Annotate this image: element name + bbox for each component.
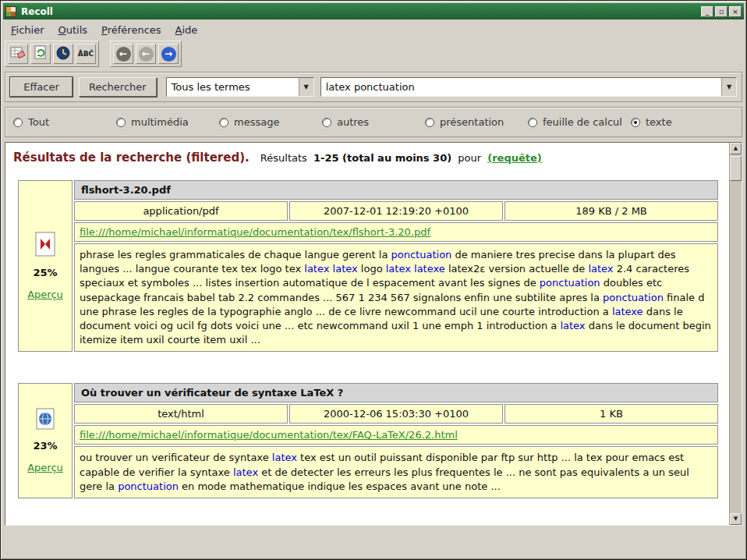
scrollbar-trough[interactable]	[730, 181, 742, 513]
filter-feuille-de-calcul[interactable]: feuille de calcul	[528, 116, 631, 128]
sort-by-date-icon	[55, 45, 71, 63]
search-panel: Effacer Rechercher Tous les termes ▼ ▼	[5, 72, 742, 102]
relevance-percent: 25%	[33, 267, 57, 278]
filter-autres[interactable]: autres	[322, 116, 425, 128]
results-range: 1-25 (total au moins 30)	[313, 152, 451, 164]
query-combo: ▼	[320, 77, 737, 97]
chevron-down-icon[interactable]: ▼	[721, 78, 736, 96]
result-url-link[interactable]: file:///home/michael/informatique/docume…	[80, 226, 430, 238]
category-filter-bar: Tout multimédia message autres présentat…	[5, 107, 742, 137]
pdf-icon	[34, 232, 56, 257]
update-index-icon	[33, 45, 48, 63]
results-header-title: Résultats de la recherche (filtered).	[13, 151, 250, 165]
result-abstract: ou trouver un verificateur de syntaxe la…	[74, 446, 718, 498]
scrollbar-thumb[interactable]	[730, 156, 742, 181]
result-row: 25% Aperçu flshort-3.20.pdf application/…	[18, 180, 718, 352]
result-mimetype: text/html	[74, 404, 288, 424]
result-title: Où trouver un vérificateur de syntaxe La…	[74, 383, 718, 402]
minimize-button[interactable]: _	[701, 6, 713, 17]
html-icon	[35, 408, 55, 430]
recoll-window: Recoll _ ▫ × Fichier Outils Préférences …	[0, 0, 747, 560]
scroll-down-icon[interactable]: ▼	[730, 513, 742, 525]
first-page-icon: ←	[116, 47, 131, 62]
result-abstract: phrase les regles grammaticales de chaqu…	[74, 243, 718, 352]
menu-aide[interactable]: Aide	[169, 23, 204, 37]
toolbar-group-navigation: ← ← →	[110, 41, 182, 67]
preview-link[interactable]: Aperçu	[27, 289, 63, 300]
radio-icon[interactable]	[219, 118, 228, 127]
clear-search-icon	[10, 45, 26, 63]
result-side-panel: 25% Aperçu	[18, 180, 73, 352]
next-page-icon: →	[161, 47, 176, 62]
prev-page-icon: ←	[139, 47, 154, 62]
result-details: Où trouver un vérificateur de syntaxe La…	[74, 383, 718, 498]
results-header: Résultats de la recherche (filtered). Ré…	[13, 151, 725, 165]
menu-fichier[interactable]: Fichier	[5, 23, 51, 37]
first-page-button[interactable]: ←	[113, 44, 133, 64]
search-mode-value: Tous les termes	[167, 81, 299, 93]
result-title: flshort-3.20.pdf	[74, 180, 718, 200]
result-details: flshort-3.20.pdf application/pdf 2007-12…	[74, 180, 718, 352]
menu-preferences[interactable]: Préférences	[95, 23, 167, 37]
result-url-row: file:///home/michael/informatique/docume…	[74, 222, 718, 242]
update-index-button[interactable]	[30, 44, 51, 64]
titlebar: Recoll _ ▫ ×	[3, 3, 744, 19]
result-size: 189 KB / 2 MB	[504, 201, 718, 221]
filter-multimedia[interactable]: multimédia	[116, 116, 219, 128]
filter-message[interactable]: message	[219, 116, 322, 128]
preview-link[interactable]: Aperçu	[27, 462, 63, 473]
term-explorer-icon: ÂBĈ	[78, 50, 94, 58]
term-explorer-button[interactable]: ÂBĈ	[76, 44, 96, 64]
result-side-panel: 23% Aperçu	[18, 383, 73, 498]
results-summary: Résultats 1-25 (total au moins 30) pour …	[260, 152, 545, 164]
search-mode-select[interactable]: Tous les termes ▼	[166, 77, 314, 97]
clear-button[interactable]: Effacer	[10, 77, 73, 97]
search-input[interactable]	[321, 81, 721, 93]
result-meta-row: text/html 2000-12-06 15:03:30 +0100 1 KB	[74, 404, 718, 424]
result-date: 2007-12-01 12:19:20 +0100	[289, 201, 503, 221]
toolbar-group-main: ÂBĈ	[5, 41, 99, 67]
clear-search-button[interactable]	[8, 44, 28, 64]
window-controls: _ ▫ ×	[701, 6, 742, 17]
search-button[interactable]: Rechercher	[79, 77, 157, 97]
result-url-row: file:///home/michael/informatique/docume…	[74, 425, 718, 445]
chevron-down-icon[interactable]: ▼	[299, 78, 313, 96]
close-button[interactable]: ×	[729, 6, 742, 17]
toolbar: ÂBĈ ← ← →	[3, 40, 744, 70]
result-url-link[interactable]: file:///home/michael/informatique/docume…	[80, 429, 458, 441]
menubar: Fichier Outils Préférences Aide	[3, 19, 744, 40]
recoll-app-icon	[5, 6, 16, 17]
next-page-button[interactable]: →	[158, 44, 179, 64]
results-area: Résultats de la recherche (filtered). Ré…	[5, 142, 742, 526]
query-details-link[interactable]: (requête)	[487, 152, 542, 164]
filter-presentation[interactable]: présentation	[425, 116, 528, 128]
result-size: 1 KB	[504, 404, 718, 424]
status-bar	[3, 527, 744, 557]
menu-outils[interactable]: Outils	[52, 23, 94, 37]
radio-icon[interactable]	[528, 118, 537, 127]
radio-icon[interactable]	[322, 118, 331, 127]
radio-icon[interactable]	[116, 118, 126, 127]
result-row: 23% Aperçu Où trouver un vérificateur de…	[18, 383, 718, 498]
results-scrollbar[interactable]: ▲ ▼	[729, 143, 742, 525]
scroll-up-icon[interactable]: ▲	[730, 143, 742, 154]
prev-page-button[interactable]: ←	[136, 44, 156, 64]
radio-icon[interactable]	[425, 118, 434, 127]
radio-icon[interactable]	[631, 118, 640, 127]
results-list: Résultats de la recherche (filtered). Ré…	[5, 143, 728, 525]
result-meta-row: application/pdf 2007-12-01 12:19:20 +010…	[74, 201, 718, 221]
result-date: 2000-12-06 15:03:30 +0100	[289, 404, 503, 424]
filter-tout[interactable]: Tout	[13, 116, 116, 128]
filter-texte[interactable]: texte	[631, 116, 672, 128]
result-mimetype: application/pdf	[74, 201, 288, 221]
maximize-button[interactable]: ▫	[715, 6, 728, 17]
sort-by-date-button[interactable]	[53, 44, 73, 64]
relevance-percent: 23%	[33, 440, 57, 452]
window-title: Recoll	[21, 6, 696, 17]
radio-icon[interactable]	[13, 118, 23, 127]
